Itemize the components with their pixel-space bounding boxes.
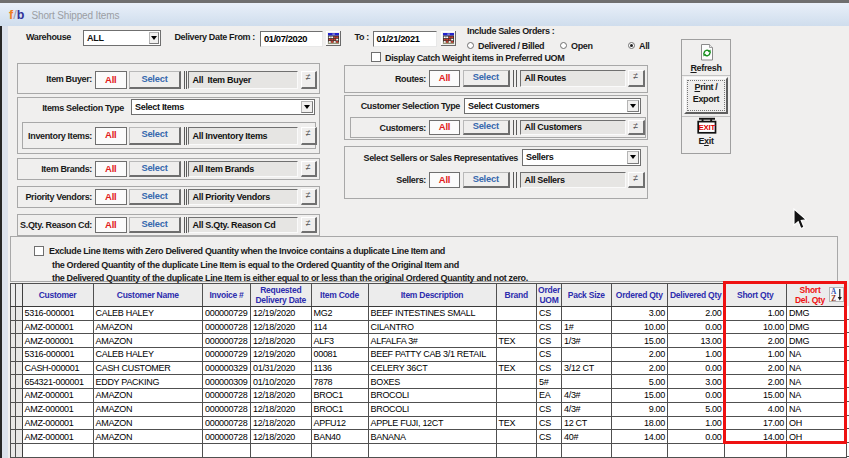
svg-text:EXIT: EXIT [699, 123, 716, 132]
